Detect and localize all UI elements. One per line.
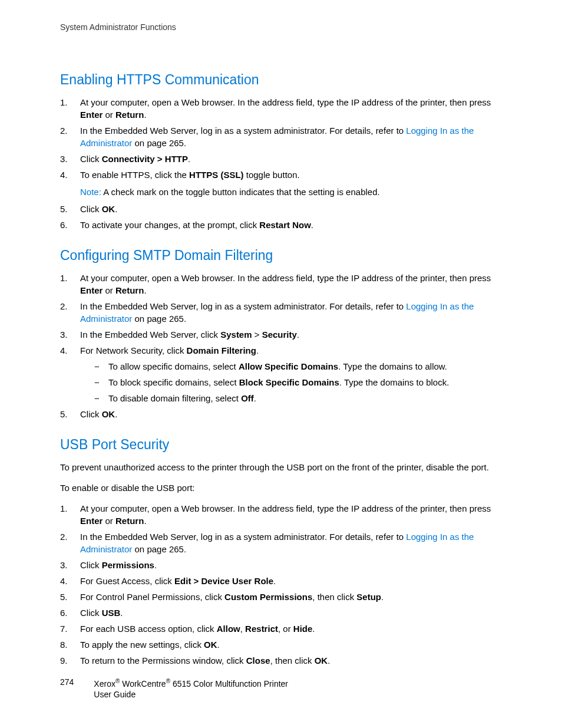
text: . (144, 516, 146, 526)
text: . (188, 154, 190, 164)
text-bold: USB (102, 608, 121, 618)
s2-step1: At your computer, open a Web browser. In… (60, 272, 502, 297)
text-bold: Security (262, 330, 297, 340)
text-bold: Restrict (245, 624, 278, 634)
text: For Guest Access, click (80, 576, 174, 586)
text-bold: Domain Filtering (187, 345, 256, 355)
text: or (103, 516, 115, 526)
section2-steps: At your computer, open a Web browser. In… (60, 272, 502, 420)
text: At your computer, open a Web browser. In… (80, 97, 491, 107)
text: . (115, 204, 117, 214)
s2-step2: In the Embedded Web Server, log in as a … (60, 300, 502, 325)
s1-step5: Click OK. (60, 203, 502, 215)
text: Xerox (94, 679, 115, 689)
s3-step5: For Control Panel Permissions, click Cus… (60, 591, 502, 603)
text: . (154, 560, 157, 570)
text: For Network Security, click (80, 345, 187, 355)
text-bold: Return (115, 285, 144, 295)
s3-step1: At your computer, open a Web browser. In… (60, 502, 502, 527)
text: on page 265. (132, 544, 186, 554)
text: At your computer, open a Web browser. In… (80, 503, 491, 513)
s2-sub1: To allow specific domains, select Allow … (80, 360, 502, 373)
text-bold: HTTP (165, 154, 188, 164)
footer-text: Xerox® WorkCentre® 6515 Color Multifunct… (94, 677, 288, 700)
text-bold: Off (241, 393, 254, 403)
s2-sub3: To disable domain filtering, select Off. (80, 392, 502, 404)
text: or (103, 110, 115, 120)
text-bold: Custom Permissions (224, 592, 312, 602)
text: To apply the new settings, click (80, 640, 204, 650)
text-bold: Device User Role (201, 576, 274, 586)
s1-step4: To enable HTTPS, click the HTTPS (SSL) t… (60, 169, 502, 198)
text: on page 265. (132, 138, 186, 148)
s2-step4: For Network Security, click Domain Filte… (60, 344, 502, 404)
text-bold: Allow Specific Domains (239, 361, 338, 371)
text: . (115, 409, 117, 419)
text: To activate your changes, at the prompt,… (80, 220, 259, 230)
text: . Type the domains to block. (339, 377, 449, 387)
text: . (120, 608, 123, 618)
text: . (328, 655, 330, 666)
note-label: Note: (80, 187, 101, 197)
s1-step2: In the Embedded Web Server, log in as a … (60, 124, 502, 149)
text-bold: Setup (356, 592, 381, 602)
s1-step3: Click Connectivity > HTTP. (60, 153, 502, 165)
text-bold: Restart Now (259, 220, 311, 230)
s3-intro: To prevent unauthorized access to the pr… (60, 461, 502, 473)
text-bold: Close (246, 655, 270, 666)
s2-step5: Click OK. (60, 408, 502, 420)
text: To allow specific domains, select (108, 361, 239, 371)
text: Click (80, 204, 102, 214)
note-text: A check mark on the toggle button indica… (101, 187, 380, 197)
text: Click (80, 409, 102, 419)
s3-step6: Click USB. (60, 607, 502, 619)
text: , then click (312, 592, 356, 602)
text: . (312, 624, 315, 634)
s3-step8: To apply the new settings, click OK. (60, 638, 502, 651)
text: . (273, 576, 276, 586)
text-bold: > (155, 154, 165, 164)
text: , (240, 624, 245, 634)
heading-usb-port: USB Port Security (60, 437, 502, 453)
text-bold: Return (115, 110, 144, 120)
text: . Type the domains to allow. (338, 361, 447, 371)
text: To return to the Permissions window, cli… (80, 655, 246, 666)
text: To disable domain filtering, select (108, 393, 241, 403)
s3-lead: To enable or disable the USB port: (60, 482, 502, 494)
text: . (144, 285, 146, 295)
text: At your computer, open a Web browser. In… (80, 273, 491, 283)
s3-step7: For each USB access option, click Allow,… (60, 622, 502, 635)
s2-sublist: To allow specific domains, select Allow … (80, 360, 502, 404)
text: For each USB access option, click (80, 624, 217, 634)
text: In the Embedded Web Server, log in as a … (80, 532, 406, 542)
text: > (252, 330, 262, 340)
s3-step4: For Guest Access, click Edit > Device Us… (60, 575, 502, 587)
note: Note: A check mark on the toggle button … (80, 186, 502, 198)
page-footer: 274 Xerox® WorkCentre® 6515 Color Multif… (60, 677, 288, 700)
text: , then click (270, 655, 315, 666)
chapter-label: System Administrator Functions (60, 22, 502, 32)
section1-steps: At your computer, open a Web browser. In… (60, 96, 502, 231)
text-bold: Hide (293, 624, 313, 634)
s2-sub2: To block specific domains, select Block … (80, 376, 502, 388)
text: or (103, 285, 115, 295)
text: 6515 Color Multifunction Printer (170, 679, 288, 689)
text: . (256, 345, 259, 355)
s3-step9: To return to the Permissions window, cli… (60, 654, 502, 667)
text: In the Embedded Web Server, click (80, 330, 220, 340)
s3-step2: In the Embedded Web Server, log in as a … (60, 531, 502, 555)
text-bold: OK (315, 655, 328, 666)
text-bold: Block Specific Domains (239, 377, 339, 387)
reg-symbol: ® (166, 678, 170, 684)
s1-step1: At your computer, open a Web browser. In… (60, 96, 502, 121)
page-number: 274 (60, 677, 74, 687)
text-bold: OK (102, 409, 115, 419)
text: . (254, 393, 256, 403)
heading-enabling-https: Enabling HTTPS Communication (60, 72, 502, 88)
text-bold: Enter (80, 516, 103, 526)
text-bold: System (220, 330, 252, 340)
text: Click (80, 560, 102, 570)
text: For Control Panel Permissions, click (80, 592, 224, 602)
text-bold: OK (102, 204, 115, 214)
text-bold: Edit (174, 576, 191, 586)
